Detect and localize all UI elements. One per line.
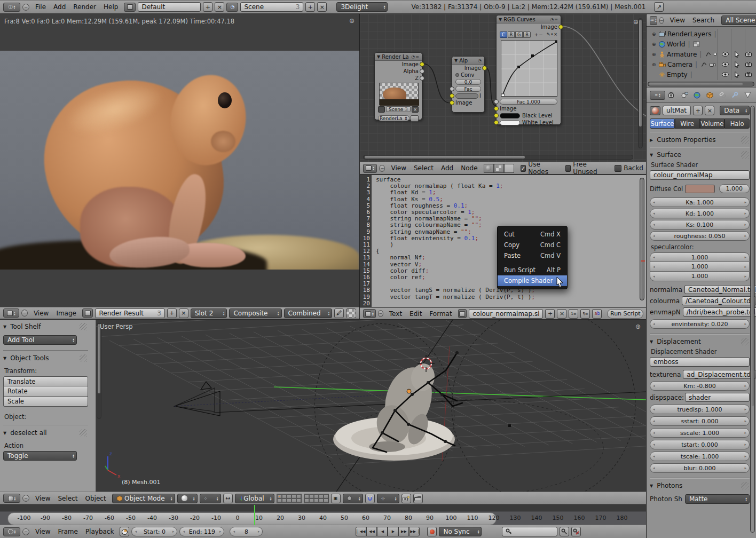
socket-image-out[interactable]: [558, 25, 563, 29]
panel-operator[interactable]: ▼deselect all: [3, 429, 88, 437]
curve-point-icon[interactable]: •: [551, 32, 554, 37]
editor-type-node[interactable]: ▴▾: [363, 164, 377, 173]
node-hscrollbar[interactable]: [363, 155, 633, 160]
syntax-highlight-icon[interactable]: ab: [592, 309, 602, 319]
panel-surface[interactable]: ▼Surface: [650, 151, 750, 159]
word-wrap-icon[interactable]: ¶≡: [580, 309, 590, 319]
slider-roughness[interactable]: roughness: 0.050: [650, 231, 750, 241]
displacement-shader-field[interactable]: emboss: [650, 357, 750, 367]
menu-view[interactable]: View: [30, 309, 52, 318]
material-tab-wire[interactable]: Wire: [675, 118, 700, 129]
outliner-item-empty[interactable]: Empty|: [647, 69, 756, 80]
outliner-hscrollbar[interactable]: [648, 82, 754, 86]
delete-keyframe-icon[interactable]: [571, 527, 581, 536]
menu-view[interactable]: View: [387, 164, 410, 172]
node-header[interactable]: ▼RGB Curves◔≡: [497, 15, 561, 23]
outliner-item-camera[interactable]: ⊕Camera|: [647, 59, 756, 69]
node-header[interactable]: ▼Alp◔: [452, 57, 484, 65]
layer-button[interactable]: [287, 494, 292, 499]
material-tab-surface[interactable]: Surface: [650, 118, 675, 129]
layer-button[interactable]: [292, 499, 296, 503]
layer-button[interactable]: [319, 499, 324, 503]
only-render-clock-icon[interactable]: [120, 527, 129, 536]
selectability-cursor-icon[interactable]: [735, 51, 739, 58]
next-keyframe-button[interactable]: ▶▶: [398, 527, 409, 536]
layer-button[interactable]: [277, 499, 282, 503]
layer-select[interactable]: Combined▴▾: [284, 308, 333, 318]
renderability-camera-icon[interactable]: [745, 52, 752, 57]
layer-button[interactable]: [277, 494, 282, 499]
node-canvas[interactable]: ▼Render La◔≡ Image Alpha Z Scene 3 × Ren…: [360, 14, 646, 162]
current-frame-playhead[interactable]: [254, 505, 255, 525]
menu-node[interactable]: Node: [457, 164, 481, 172]
tab-material-icon[interactable]: [742, 90, 753, 100]
rotate-button[interactable]: Rotate: [3, 386, 88, 397]
rerender-layer-button[interactable]: [411, 115, 419, 122]
orientation-select[interactable]: Global▴▾: [235, 494, 274, 503]
tab-render-icon[interactable]: [666, 90, 678, 100]
dispspace-field[interactable]: shader: [685, 393, 750, 402]
slider-blur[interactable]: blur: 0.000: [650, 463, 750, 473]
normalmap-field[interactable]: Canetoad_Normal.tdl: [684, 285, 756, 294]
panel-displacement[interactable]: ▼Displacement: [650, 338, 750, 345]
fac-slider[interactable]: Fac 1.000: [500, 99, 557, 105]
menu-edit[interactable]: Edit: [406, 310, 426, 318]
slot-select[interactable]: Slot 2▴▾: [191, 308, 227, 318]
fac-slider[interactable]: Fac: [455, 86, 481, 92]
menu-frame[interactable]: Frame: [54, 527, 81, 536]
socket-image2-in[interactable]: [450, 100, 454, 105]
layer-button[interactable]: [304, 494, 309, 499]
socket-white-level-in[interactable]: [494, 120, 499, 125]
visibility-eye-icon[interactable]: [722, 52, 729, 57]
add-scene-button[interactable]: +: [305, 2, 315, 12]
panel-custom-properties[interactable]: ▶Custom Properties: [650, 136, 750, 144]
slider-tscale[interactable]: tscale: 1.000: [650, 452, 750, 461]
menu-select[interactable]: Select: [54, 494, 81, 503]
new-image-button[interactable]: +: [167, 308, 177, 318]
scene-field[interactable]: Scene3: [240, 2, 303, 12]
image-name-field[interactable]: Render Result3: [95, 308, 164, 318]
prev-keyframe-button[interactable]: ◀◀: [366, 527, 377, 536]
shading-select[interactable]: ▴▾: [177, 494, 198, 503]
backdrop-toggle[interactable]: Backd: [615, 164, 643, 172]
panel-grip[interactable]: [741, 482, 749, 489]
menu-search[interactable]: Search: [689, 16, 718, 25]
text-vscrollbar[interactable]: [640, 178, 644, 300]
outliner-scope-select[interactable]: All Scene: [721, 15, 756, 25]
panel-grip[interactable]: [741, 151, 749, 159]
region-expand-icon[interactable]: ⊕: [349, 17, 355, 25]
premul-slider[interactable]: 0.0: [455, 79, 481, 85]
viewport-canvas[interactable]: z x User Persp (8) Mesh.001 ⊕: [96, 320, 646, 492]
menu-view[interactable]: View: [666, 16, 688, 25]
context-item-cut[interactable]: CutCmd X: [498, 229, 567, 240]
end-frame-field[interactable]: End: 119: [179, 527, 224, 536]
envmap-field[interactable]: /hdri/beach_probe.tdl: [683, 307, 756, 317]
tab-object-icon[interactable]: [704, 90, 716, 100]
slider-sscale[interactable]: sscale: 1.000: [650, 428, 750, 438]
screen-layout-field[interactable]: Default: [138, 2, 201, 12]
menu-add[interactable]: Add: [50, 3, 69, 11]
image1-color-swatch[interactable]: [455, 93, 478, 99]
node-vscrollbar[interactable]: [638, 18, 643, 148]
free-unused-toggle[interactable]: Free Unused: [565, 162, 605, 175]
photon-shader-select[interactable]: Matte▴▾: [685, 494, 750, 504]
collapse-menus-button[interactable]: −: [659, 17, 664, 24]
pivot-select[interactable]: ⁘▴▾: [200, 494, 221, 503]
diffuse-value[interactable]: 1.000: [719, 184, 750, 193]
material-tab-volume[interactable]: Volume: [700, 118, 725, 129]
node-render-layers[interactable]: ▼Render La◔≡ Image Alpha Z Scene 3 × Ren…: [374, 52, 422, 120]
layer-button[interactable]: [309, 499, 314, 503]
layer-button[interactable]: [309, 494, 314, 499]
manipulator-toggle[interactable]: ↔: [223, 494, 233, 503]
channel-b-button[interactable]: B: [523, 31, 531, 38]
editor-type-image[interactable]: ▴▾: [3, 308, 19, 318]
tab-modifiers-icon[interactable]: [729, 90, 741, 100]
slider-1.000-0[interactable]: 1.000: [650, 252, 750, 262]
record-button[interactable]: [427, 527, 437, 536]
slider-ks[interactable]: Ks: 0.100: [650, 220, 750, 230]
pass-select[interactable]: Composite▴▾: [229, 308, 281, 318]
tab-constraints-icon[interactable]: [716, 90, 728, 100]
menu-format[interactable]: Format: [426, 310, 455, 318]
envintensity-slider[interactable]: envintensity: 0.020: [650, 319, 750, 329]
black-level-swatch[interactable]: [500, 113, 520, 118]
